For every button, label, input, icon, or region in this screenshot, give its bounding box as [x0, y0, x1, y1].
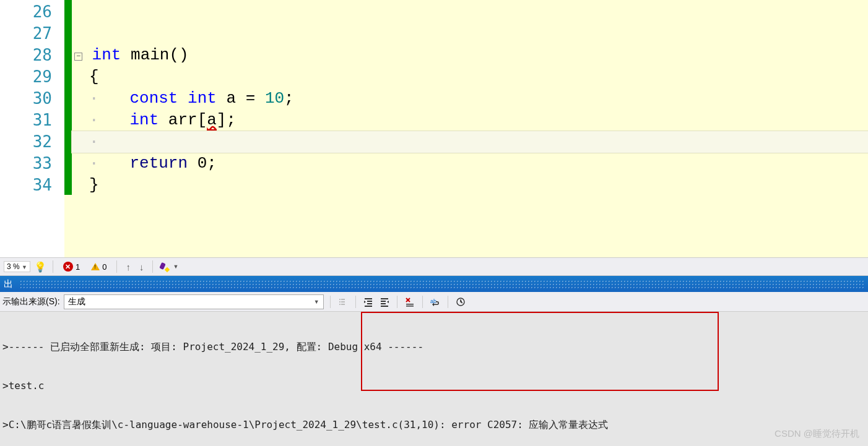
line-number: 31: [0, 109, 52, 131]
output-line: >test.c: [2, 379, 866, 392]
output-line: >C:\鹏哥c语言暑假集训\c-language-warehouse-1\Pro…: [2, 418, 866, 431]
indent-left-icon[interactable]: [362, 296, 375, 308]
code-area[interactable]: − int main() { · const int a = 10; · int…: [72, 0, 868, 257]
change-indicator-bar: [64, 0, 72, 257]
next-issue-button[interactable]: ↓: [137, 262, 147, 272]
chevron-down-icon[interactable]: ▼: [173, 264, 178, 270]
code-editor[interactable]: 26 27 28 29 30 31 32 33 34 − int main() …: [0, 0, 868, 257]
prev-issue-button[interactable]: ↑: [123, 262, 133, 272]
word-wrap-icon[interactable]: ab: [429, 296, 441, 308]
line-number: 32: [0, 131, 52, 153]
line-number: 30: [0, 88, 52, 109]
panel-grip[interactable]: [19, 280, 864, 288]
brace-open: {: [89, 67, 99, 86]
line-number: 34: [0, 174, 52, 196]
number-literal: 10: [265, 89, 284, 108]
goto-code-icon[interactable]: [337, 296, 349, 308]
output-source-select[interactable]: 生成 ▼: [64, 294, 324, 309]
watermark-text: CSDN @睡觉待开机: [775, 427, 859, 440]
output-line: >------ 已启动全部重新生成: 项目: Project_2024_1_29…: [2, 340, 866, 353]
error-count-value: 1: [76, 262, 80, 272]
output-toolbar: 示输出来源(S): 生成 ▼ ab: [0, 292, 868, 312]
output-panel-titlebar[interactable]: 出: [0, 276, 868, 292]
keyword-int: int: [129, 111, 158, 129]
cleanup-icon[interactable]: [159, 262, 169, 272]
chevron-down-icon: ▼: [314, 299, 319, 305]
fold-minus-icon[interactable]: −: [74, 53, 82, 61]
line-number: 29: [0, 66, 52, 88]
line-number: 26: [0, 1, 52, 23]
keyword-int: int: [92, 46, 121, 64]
line-number-gutter: 26 27 28 29 30 31 32 33 34: [0, 0, 64, 257]
line-number: 33: [0, 153, 52, 174]
error-icon: ✕: [63, 262, 73, 272]
indent-right-icon[interactable]: [378, 296, 391, 308]
output-panel-title: 出: [4, 278, 13, 290]
brace-close: }: [89, 176, 99, 194]
zoom-dropdown[interactable]: 3 % ▼: [4, 261, 30, 272]
error-squiggle: a: [207, 111, 217, 131]
keyword-int: int: [178, 89, 216, 108]
warning-count[interactable]: 0: [87, 262, 110, 272]
keyword-const: const: [129, 89, 178, 108]
output-text-area[interactable]: >------ 已启动全部重新生成: 项目: Project_2024_1_29…: [0, 312, 868, 446]
lightbulb-icon[interactable]: 💡: [34, 261, 46, 273]
error-count[interactable]: ✕ 1: [59, 262, 84, 272]
chevron-down-icon: ▼: [22, 264, 27, 270]
keyword-return: return: [129, 154, 188, 173]
editor-status-bar: 3 % ▼ 💡 ✕ 1 0 ↑ ↓ ▼: [0, 257, 868, 276]
output-source-label: 示输出来源(S):: [2, 296, 60, 307]
output-source-value: 生成: [68, 296, 85, 307]
code-text: a =: [217, 89, 265, 108]
line-number: 27: [0, 23, 52, 45]
code-text: main(): [121, 46, 188, 64]
clock-icon[interactable]: [454, 296, 467, 308]
warning-count-value: 0: [102, 262, 106, 272]
line-number: 28: [0, 45, 52, 66]
clear-output-icon[interactable]: [404, 296, 416, 308]
warning-icon: [91, 263, 100, 270]
